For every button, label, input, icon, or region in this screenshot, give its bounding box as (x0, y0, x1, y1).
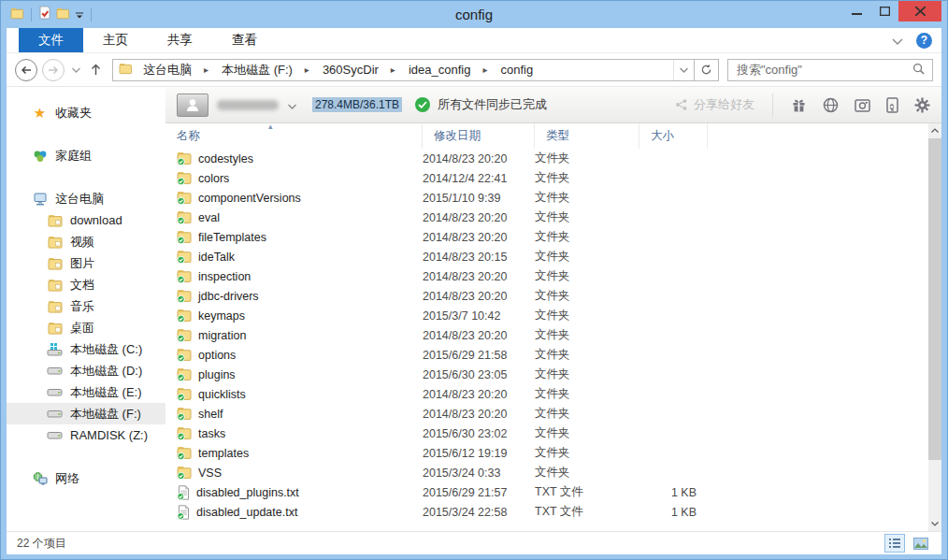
scroll-up-arrow-icon[interactable] (928, 123, 941, 137)
sidebar-item-label: 图片 (70, 255, 94, 272)
sidebar-item[interactable]: 音乐 (7, 295, 165, 317)
ribbon-tab[interactable]: 共享 (148, 28, 212, 52)
account-dropdown-chevron-icon[interactable] (288, 96, 296, 113)
breadcrumb-item[interactable]: config (494, 60, 539, 80)
sidebar-item[interactable]: 本地磁盘 (E:) (7, 381, 165, 403)
column-header[interactable]: 修改日期 (423, 123, 535, 149)
sidebar-item[interactable]: 图片 (7, 252, 165, 274)
file-row[interactable]: templates 2015/6/12 19:19 文件夹 (165, 443, 928, 463)
back-button[interactable] (15, 59, 37, 81)
scrollbar-thumb[interactable] (928, 138, 941, 460)
file-row[interactable]: disabled_plugins.txt 2015/6/29 21:57 TXT… (165, 482, 928, 502)
sidebar-item[interactable]: download (7, 209, 165, 231)
breadcrumb-item[interactable]: idea_config (402, 60, 495, 80)
file-row[interactable]: keymaps 2015/3/7 10:42 文件夹 (165, 306, 928, 325)
forward-button[interactable] (42, 59, 65, 81)
ribbon-collapse-chevron-icon[interactable] (892, 34, 903, 48)
sidebar-item-icon-slot (32, 149, 48, 164)
file-row[interactable]: disabled_update.txt 2015/3/24 22:58 TXT … (165, 502, 928, 522)
file-row[interactable]: inspection 2014/8/23 20:20 文件夹 (165, 266, 928, 286)
large-icons-view-button[interactable] (911, 534, 931, 553)
breadcrumb-item[interactable]: 这台电脑 (136, 60, 215, 80)
file-date-cell: 2015/6/29 21:57 (423, 486, 535, 499)
ribbon-tab[interactable]: 查看 (212, 28, 277, 52)
file-type-cell: 文件夹 (535, 327, 639, 343)
sidebar-item[interactable]: 本地磁盘 (D:) (7, 360, 165, 381)
breadcrumb-item[interactable]: 360SycDir (316, 60, 402, 80)
sidebar-item-icon-slot: ★ (32, 106, 48, 121)
close-button[interactable] (898, 1, 941, 22)
file-row[interactable]: options 2015/6/29 21:58 文件夹 (165, 345, 928, 365)
settings-gear-icon[interactable] (914, 97, 930, 113)
column-header[interactable]: 名称 (165, 123, 423, 149)
file-name: disabled_plugins.txt (196, 486, 299, 499)
search-input[interactable] (737, 63, 907, 77)
column-header[interactable]: 大小 (639, 123, 708, 149)
address-bar[interactable]: 这台电脑 本地磁盘 (F:) 360SycDir idea_config con… (112, 59, 719, 81)
sidebar-item[interactable]: 家庭组 (7, 145, 165, 166)
sidebar-item[interactable]: 这台电脑 (7, 188, 165, 209)
file-row[interactable]: jdbc-drivers 2014/8/23 20:20 文件夹 (165, 286, 928, 306)
file-row[interactable]: migration 2014/8/23 20:20 文件夹 (165, 325, 928, 345)
file-date-cell: 2015/6/30 23:05 (423, 368, 535, 381)
sidebar-item-label: RAMDISK (Z:) (70, 428, 148, 442)
file-row[interactable]: shelf 2014/8/23 20:20 文件夹 (165, 404, 928, 424)
file-row[interactable]: quicklists 2014/8/23 20:20 文件夹 (165, 384, 928, 404)
star-icon: ★ (34, 106, 46, 120)
share-button[interactable]: 分享给好友 (675, 96, 754, 113)
details-view-button[interactable] (884, 534, 905, 553)
file-row[interactable]: colors 2014/12/4 22:41 文件夹 (165, 168, 928, 188)
address-dropdown-chevron-icon[interactable] (673, 60, 694, 80)
refresh-icon[interactable] (694, 60, 718, 80)
ribbon-tab[interactable]: 主页 (83, 28, 148, 52)
folder-icon[interactable] (10, 7, 24, 23)
sidebar-item[interactable]: 网络 (7, 467, 165, 489)
help-icon[interactable]: ? (916, 33, 932, 49)
file-type-cell: 文件夹 (535, 268, 639, 284)
camera-icon[interactable] (855, 98, 870, 112)
text-file-synced-icon (177, 485, 190, 500)
sort-ascending-caret-icon[interactable]: ▴ (268, 123, 273, 131)
folder-icon[interactable] (56, 7, 70, 23)
sidebar-item-icon-slot (47, 213, 63, 228)
qat-dropdown-chevron-icon[interactable] (75, 7, 84, 23)
file-row[interactable]: codestyles 2014/8/23 20:20 文件夹 (165, 149, 928, 168)
up-button[interactable] (88, 64, 104, 76)
sidebar-item[interactable]: 本地磁盘 (C:) (7, 338, 165, 360)
breadcrumb-item[interactable]: 本地磁盘 (F:) (215, 60, 316, 80)
sidebar-item-label: 桌面 (70, 320, 94, 337)
file-row[interactable]: ideTalk 2014/8/23 20:15 文件夹 (165, 247, 928, 266)
minimize-button[interactable] (842, 1, 870, 22)
file-row[interactable]: plugins 2015/6/30 23:05 文件夹 (165, 365, 928, 384)
vertical-scrollbar[interactable] (928, 123, 941, 531)
file-row[interactable]: fileTemplates 2014/8/23 20:20 文件夹 (165, 227, 928, 247)
gift-icon[interactable] (791, 97, 807, 113)
folder-icon (48, 236, 63, 249)
mobile-sync-icon[interactable] (886, 97, 898, 113)
sidebar-item[interactable]: RAMDISK (Z:) (7, 424, 165, 446)
file-row[interactable]: tasks 2015/6/30 23:02 文件夹 (165, 424, 928, 443)
sidebar-item[interactable]: 本地磁盘 (F:) (7, 403, 165, 424)
ribbon-tab[interactable]: 文件 (19, 28, 83, 52)
file-name-cell: eval (165, 210, 423, 224)
search-icon[interactable] (907, 62, 930, 79)
recent-locations-chevron-icon[interactable] (69, 67, 83, 73)
folder-synced-icon (177, 446, 192, 460)
properties-check-icon[interactable] (38, 6, 51, 23)
column-header[interactable]: 类型 (535, 123, 639, 149)
sidebar-item[interactable]: ★ 收藏夹 (7, 102, 165, 123)
sidebar-item[interactable]: 视频 (7, 231, 165, 252)
globe-icon[interactable] (823, 97, 839, 113)
file-name-cell: fileTemplates (165, 230, 423, 244)
sidebar-item[interactable]: 文档 (7, 274, 165, 295)
file-row[interactable]: VSS 2015/3/24 0:33 文件夹 (165, 463, 928, 482)
folder-icon (48, 279, 63, 292)
file-name-cell: tasks (165, 426, 423, 440)
sidebar-item[interactable]: 桌面 (7, 317, 165, 338)
folder-synced-icon (177, 387, 192, 401)
user-avatar[interactable] (177, 93, 208, 117)
file-row[interactable]: componentVersions 2015/1/10 9:39 文件夹 (165, 188, 928, 208)
file-row[interactable]: eval 2014/8/23 20:20 文件夹 (165, 208, 928, 227)
scroll-down-arrow-icon[interactable] (928, 517, 941, 531)
maximize-button[interactable] (870, 1, 898, 22)
